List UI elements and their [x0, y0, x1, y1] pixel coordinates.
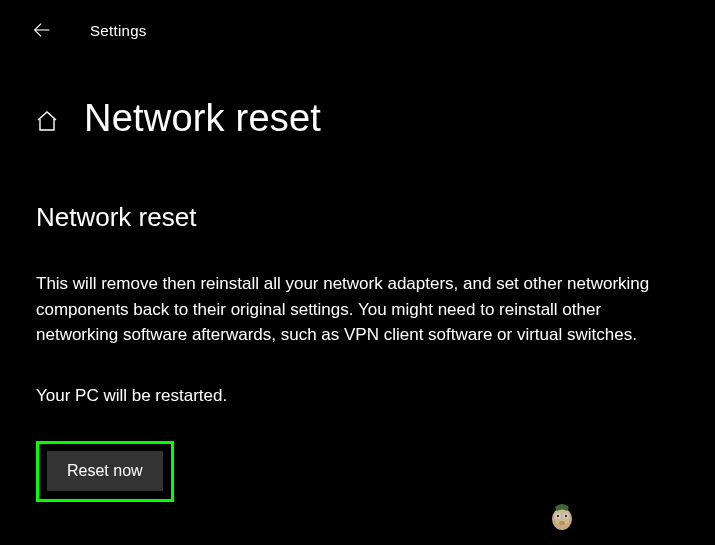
home-button[interactable]: [34, 108, 60, 134]
page-header: Network reset: [0, 42, 715, 140]
app-title: Settings: [90, 22, 147, 39]
watermark-mascot: [545, 497, 579, 539]
svg-point-6: [565, 515, 567, 517]
description-text: This will remove then reinstall all your…: [36, 271, 666, 348]
restart-note: Your PC will be restarted.: [36, 384, 675, 408]
page-title: Network reset: [84, 97, 321, 140]
content-area: Network reset This will remove then rein…: [0, 140, 715, 502]
back-arrow-icon: [31, 19, 53, 41]
svg-point-5: [557, 515, 559, 517]
home-icon: [35, 109, 59, 133]
back-button[interactable]: [30, 18, 54, 42]
top-bar: Settings: [0, 0, 715, 42]
highlight-annotation: Reset now: [36, 441, 174, 502]
section-heading: Network reset: [36, 202, 675, 233]
reset-now-button[interactable]: Reset now: [47, 451, 163, 491]
svg-point-7: [559, 521, 565, 525]
